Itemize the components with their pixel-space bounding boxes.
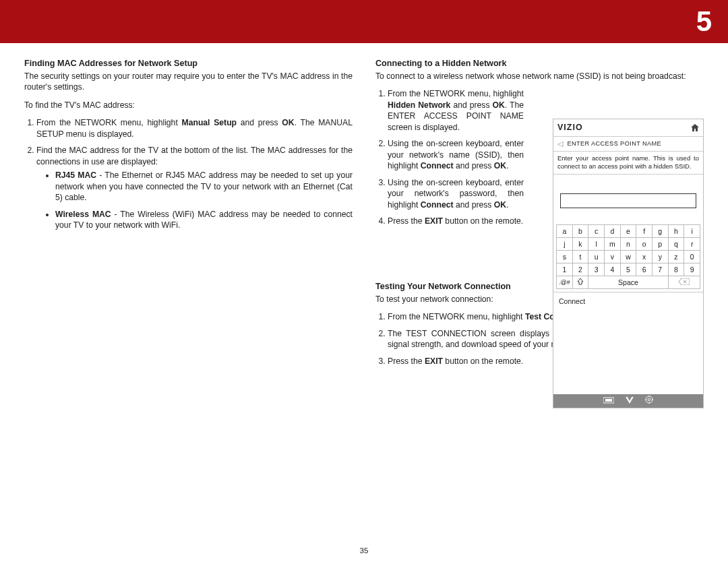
key-i[interactable]: i [684,225,700,238]
home-icon[interactable] [691,124,699,131]
key-7[interactable]: 7 [652,263,668,276]
kb-row-2: j k l m n o p q r [557,238,700,251]
key-x[interactable]: x [636,251,653,263]
key-w[interactable]: w [620,251,636,263]
ssid-input[interactable] [560,193,696,208]
key-y[interactable]: y [652,251,668,263]
v-logo-icon[interactable] [625,396,634,406]
key-backspace[interactable] [668,276,700,289]
chapter-number: 5 [696,3,712,41]
key-t[interactable]: t [572,251,588,263]
key-2[interactable]: 2 [572,263,588,276]
settings-gear-icon[interactable] [645,396,653,406]
mac-bullets: RJ45 MAC - The Ethernet or RJ45 MAC addr… [36,170,353,230]
chapter-header: 5 [0,0,728,43]
connect-button[interactable]: Connect [553,292,703,310]
hidden-steps-narrow: From the NETWORK menu, highlight Hidden … [375,88,524,226]
kb-row-1: a b c d e f g h i [557,225,700,238]
page-number: 35 [360,546,369,557]
key-z[interactable]: z [668,251,684,263]
key-f[interactable]: f [636,225,653,238]
panel-breadcrumb[interactable]: ◁ ENTER ACCESS POINT NAME [553,137,703,152]
key-s[interactable]: s [557,251,573,263]
section-title-mac: Finding MAC Addresses for Network Setup [24,58,353,69]
kb-row-4: 1 2 3 4 5 6 7 8 9 [557,263,700,276]
hidden-intro: To connect to a wireless network whose n… [375,71,704,82]
backspace-icon [679,278,690,287]
onscreen-keyboard: a b c d e f g h i j k l m [553,224,703,292]
column-left: Finding MAC Addresses for Network Setup … [24,58,353,546]
key-m[interactable]: m [604,238,620,251]
key-j[interactable]: j [557,238,573,251]
column-right: Connecting to a Hidden Network To connec… [375,58,704,546]
key-b[interactable]: b [572,225,588,238]
svg-rect-1 [605,399,612,402]
vizio-brand: VIZIO [557,122,583,133]
hidden-step-1: From the NETWORK menu, highlight Hidden … [388,88,524,133]
key-space[interactable]: Space [588,276,668,289]
key-6[interactable]: 6 [636,263,653,276]
hidden-steps: From the NETWORK menu, highlight Hidden … [375,88,524,226]
panel-help-text: Enter your access point name. This is us… [553,152,703,175]
key-shift[interactable] [572,276,588,289]
mac-step-2: Find the MAC address for the TV at the b… [36,145,353,230]
svg-point-3 [648,399,650,402]
shift-icon [577,278,584,287]
panel-header: VIZIO [553,119,703,137]
panel-input-zone [553,175,703,224]
chevron-left-icon: ◁ [557,139,563,149]
key-4[interactable]: 4 [604,263,620,276]
panel-spacer [553,311,703,394]
key-v[interactable]: v [604,251,620,263]
key-q[interactable]: q [668,238,684,251]
key-h[interactable]: h [668,225,684,238]
mac-intro: The security settings on your router may… [24,71,353,93]
panel-crumb-label: ENTER ACCESS POINT NAME [567,139,661,148]
key-p[interactable]: p [652,238,668,251]
key-1[interactable]: 1 [557,263,573,276]
key-5[interactable]: 5 [620,263,636,276]
key-o[interactable]: o [636,238,653,251]
key-3[interactable]: 3 [588,263,605,276]
vizio-screen-panel: VIZIO ◁ ENTER ACCESS POINT NAME Enter yo… [553,119,704,408]
section-title-hidden: Connecting to a Hidden Network [375,58,704,69]
mac-bullet-rj45: RJ45 MAC - The Ethernet or RJ45 MAC addr… [55,170,353,203]
key-9[interactable]: 9 [684,263,700,276]
hidden-step-2: Using the on-screen keyboard, enter your… [388,138,524,171]
hidden-step-3: Using the on-screen keyboard, enter your… [388,177,524,210]
key-u[interactable]: u [588,251,605,263]
key-n[interactable]: n [620,238,636,251]
key-c[interactable]: c [588,225,605,238]
kb-row-3: s t u v w x y z 0 [557,251,700,263]
mac-lead: To find the TV's MAC address: [24,100,353,111]
key-k[interactable]: k [572,238,588,251]
widescreen-icon[interactable] [603,396,614,406]
svg-point-2 [646,396,653,403]
key-0[interactable]: 0 [684,251,700,263]
key-symbols[interactable]: .@# [557,276,573,289]
mac-step-1: From the NETWORK menu, highlight Manual … [36,117,353,139]
key-l[interactable]: l [588,238,605,251]
page-content: Finding MAC Addresses for Network Setup … [24,58,704,546]
panel-bottom-bar [553,394,703,408]
mac-steps: From the NETWORK menu, highlight Manual … [24,117,353,230]
key-r[interactable]: r [684,238,700,251]
hidden-step-4: Press the EXIT button on the remote. [388,216,524,226]
kb-row-5: .@# Space [557,276,700,289]
key-a[interactable]: a [557,225,573,238]
mac-bullet-wireless: Wireless MAC - The Wireless (WiFi) MAC a… [55,209,353,231]
key-e[interactable]: e [620,225,636,238]
key-g[interactable]: g [652,225,668,238]
key-8[interactable]: 8 [668,263,684,276]
key-d[interactable]: d [604,225,620,238]
keyboard-grid: a b c d e f g h i j k l m [556,224,700,289]
